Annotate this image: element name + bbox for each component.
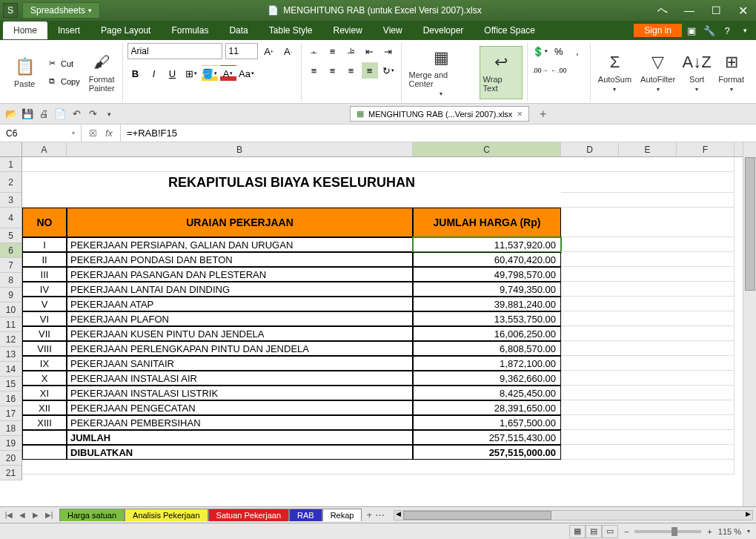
col-header-D[interactable]: D bbox=[561, 142, 619, 156]
row-header-11[interactable]: 11 bbox=[0, 317, 21, 332]
align-right-button[interactable]: ≡ bbox=[343, 62, 359, 79]
cell[interactable]: PEKERJAAN PERLENGKAPAN PINTU DAN JENDELA bbox=[67, 341, 413, 356]
cell[interactable]: 28,391,650.00 bbox=[413, 400, 561, 415]
save-icon[interactable]: 💾 bbox=[21, 108, 34, 121]
sheet-tab-rab[interactable]: RAB bbox=[289, 509, 322, 521]
cell[interactable]: PEKERJAAN INSTALASI AIR bbox=[67, 371, 413, 386]
cell[interactable]: 13,553,750.00 bbox=[413, 311, 561, 326]
row-header-6[interactable]: 6 bbox=[0, 243, 21, 258]
name-box[interactable]: C6 bbox=[0, 125, 82, 142]
cell[interactable] bbox=[22, 193, 735, 208]
cell[interactable]: IV bbox=[22, 282, 67, 297]
increase-font-button[interactable]: A+ bbox=[261, 43, 277, 59]
comma-button[interactable]: , bbox=[569, 43, 586, 59]
sheet-tab-analisis-pekerjaan[interactable]: Analisis Pekerjaan bbox=[125, 509, 208, 521]
sheet-tab-satuan-pekerjaan[interactable]: Satuan Pekerjaan bbox=[208, 509, 289, 521]
cell[interactable]: 39,881,240.00 bbox=[413, 297, 561, 311]
fill-color-button[interactable]: 🪣 bbox=[202, 65, 218, 82]
sheet-prev-button[interactable]: ◀ bbox=[16, 511, 28, 519]
underline-button[interactable]: U bbox=[165, 65, 181, 82]
cell[interactable]: 8,425,450.00 bbox=[413, 386, 561, 400]
cell[interactable] bbox=[561, 445, 735, 460]
cell-grid[interactable]: REKAPITULASI BIAYA KESELURUHANNOURAIAN P… bbox=[22, 157, 735, 480]
cell[interactable]: JUMLAH bbox=[67, 430, 413, 445]
cell[interactable]: 1,872,100.00 bbox=[413, 356, 561, 371]
menu-insert[interactable]: Insert bbox=[47, 22, 90, 39]
close-button[interactable]: ✕ bbox=[729, 0, 756, 21]
row-header-3[interactable]: 3 bbox=[0, 193, 21, 208]
cell[interactable]: V bbox=[22, 297, 67, 311]
cell[interactable]: VII bbox=[22, 326, 67, 341]
signin-button[interactable]: Sign in bbox=[634, 24, 682, 37]
cell[interactable]: 49,798,570.00 bbox=[413, 267, 561, 282]
add-sheet-button[interactable]: + ⋯ bbox=[366, 509, 384, 520]
menu-home[interactable]: Home bbox=[3, 22, 47, 39]
menu-office-space[interactable]: Office Space bbox=[474, 22, 545, 39]
cell[interactable] bbox=[561, 356, 735, 371]
cell[interactable]: VI bbox=[22, 311, 67, 326]
col-header-A[interactable]: A bbox=[22, 142, 67, 156]
align-dist-button[interactable]: ≡ bbox=[362, 62, 378, 79]
cell[interactable]: PEKERJAAN PASANGAN DAN PLESTERAN bbox=[67, 267, 413, 282]
cell[interactable] bbox=[561, 341, 735, 356]
cell[interactable] bbox=[22, 460, 735, 474]
increase-indent-button[interactable]: ⇥ bbox=[380, 43, 397, 59]
currency-button[interactable]: 💲 bbox=[532, 43, 548, 59]
cell[interactable]: IX bbox=[22, 356, 67, 371]
cell[interactable] bbox=[561, 172, 735, 193]
fx-icon[interactable]: fx bbox=[102, 127, 116, 140]
print-icon[interactable]: 🖨 bbox=[37, 108, 50, 121]
align-left-button[interactable]: ≡ bbox=[306, 62, 322, 79]
border-button[interactable]: ⊞ bbox=[183, 65, 199, 82]
row-header-19[interactable]: 19 bbox=[0, 436, 21, 451]
sheet-first-button[interactable]: |◀ bbox=[3, 511, 15, 519]
copy-button[interactable]: ⧉Copy bbox=[43, 73, 83, 90]
sheet-tab-rekap[interactable]: Rekap bbox=[322, 509, 362, 521]
font-size-combo[interactable] bbox=[225, 43, 258, 59]
col-header-E[interactable]: E bbox=[619, 142, 677, 156]
row-header-15[interactable]: 15 bbox=[0, 377, 21, 391]
cell[interactable]: PEKERJAAN PLAFON bbox=[67, 311, 413, 326]
formula-input[interactable]: =+RAB!F15 bbox=[121, 125, 756, 142]
cell[interactable]: 6,808,570.00 bbox=[413, 341, 561, 356]
cell[interactable] bbox=[561, 237, 735, 252]
row-header-1[interactable]: 1 bbox=[0, 157, 21, 172]
zoom-thumb[interactable] bbox=[672, 527, 677, 536]
paste-button[interactable]: 📋Paste bbox=[9, 46, 40, 99]
menu-developer[interactable]: Developer bbox=[413, 22, 474, 39]
cell[interactable]: XI bbox=[22, 386, 67, 400]
menu-formulas[interactable]: Formulas bbox=[161, 22, 219, 39]
menu-page-layout[interactable]: Page Layout bbox=[90, 22, 161, 39]
maximize-button[interactable]: ☐ bbox=[703, 0, 729, 21]
minimize-button[interactable]: へ bbox=[649, 0, 676, 21]
italic-button[interactable]: I bbox=[146, 65, 162, 82]
percent-button[interactable]: % bbox=[551, 43, 567, 59]
sort-button[interactable]: A↓ZSort▾ bbox=[681, 46, 712, 99]
format-button[interactable]: ⊞Format▾ bbox=[715, 46, 747, 99]
merge-center-button[interactable]: ▦Merge and Center▾ bbox=[406, 46, 477, 99]
autosum-button[interactable]: ΣAutoSum▾ bbox=[595, 46, 634, 99]
sheet-tab-harga-satuan[interactable]: Harga satuan bbox=[59, 509, 125, 521]
row-header-14[interactable]: 14 bbox=[0, 362, 21, 377]
cell[interactable]: 16,006,250.00 bbox=[413, 326, 561, 341]
cell[interactable]: PEKERJAAN KUSEN PINTU DAN JENDELA bbox=[67, 326, 413, 341]
doc-tab-close-icon[interactable]: × bbox=[517, 108, 523, 119]
reading-view-button[interactable]: ▭ bbox=[602, 525, 618, 538]
font-color-button[interactable]: A bbox=[220, 65, 236, 82]
row-header-4[interactable]: 4 bbox=[0, 208, 21, 228]
row-header-18[interactable]: 18 bbox=[0, 421, 21, 436]
case-button[interactable]: Aa bbox=[239, 65, 255, 82]
cell[interactable] bbox=[561, 311, 735, 326]
format-painter-button[interactable]: 🖌Format Painter bbox=[86, 46, 118, 99]
redo-icon[interactable]: ↷ bbox=[86, 108, 99, 121]
cell[interactable] bbox=[561, 415, 735, 430]
align-middle-button[interactable]: ≡ bbox=[325, 43, 341, 59]
cell[interactable] bbox=[561, 326, 735, 341]
zoom-value[interactable]: 115 % bbox=[718, 527, 741, 536]
cell[interactable]: PEKERJAAN PEMBERSIHAN bbox=[67, 415, 413, 430]
normal-view-button[interactable]: ▦ bbox=[569, 525, 586, 538]
horizontal-scrollbar[interactable]: ◀ ▶ bbox=[394, 510, 753, 520]
print-preview-icon[interactable]: 📄 bbox=[53, 108, 67, 121]
cell[interactable]: 257,515,000.00 bbox=[413, 445, 561, 460]
cell[interactable]: REKAPITULASI BIAYA KESELURUHAN bbox=[22, 172, 561, 193]
